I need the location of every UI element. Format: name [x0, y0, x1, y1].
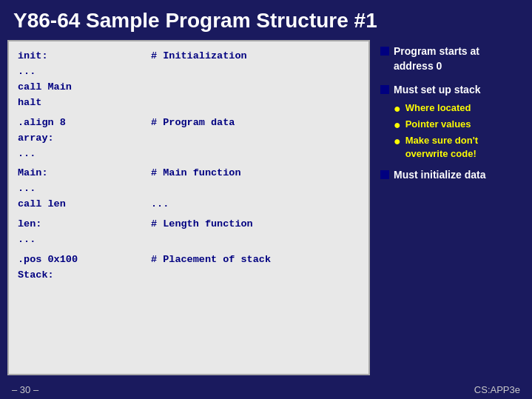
slide: Y86-64 Sample Program Structure #1 init:… — [0, 0, 532, 399]
code-line: halt — [18, 95, 360, 111]
bullet-section: Program starts at address 0 — [380, 44, 519, 77]
code-right: # Main function — [151, 166, 241, 181]
code-right: # Placement of stack — [151, 252, 271, 268]
code-left: ... — [18, 64, 151, 80]
code-right: # Program data — [151, 115, 235, 131]
code-line: Stack: — [18, 268, 360, 284]
sub-bullet-text: Pointer values — [405, 118, 471, 131]
code-line: ... — [18, 64, 360, 80]
bullet-section: Must set up stack●Where located●Pointer … — [380, 83, 519, 162]
code-line: call Main — [18, 80, 360, 95]
code-left: halt — [18, 95, 151, 111]
code-line: ... — [18, 232, 360, 248]
bottom-bar: – 30 – CS:APP3e — [0, 381, 532, 399]
code-left: ... — [18, 147, 151, 162]
sub-bullet-text: Make sure don't overwrite code! — [405, 134, 519, 160]
code-line: Main:# Main function — [18, 166, 360, 181]
code-left: call Main — [18, 80, 151, 95]
sub-bullet: ●Where located — [394, 101, 519, 115]
code-line: init:# Initialization — [18, 49, 360, 64]
sub-bullet: ●Make sure don't overwrite code! — [394, 134, 519, 160]
sub-bullet-dot-icon: ● — [394, 101, 401, 115]
code-left: Main: — [18, 166, 151, 181]
main-bullet: Must set up stack — [380, 83, 519, 98]
code-right: # Length function — [151, 217, 253, 232]
bullet-square-icon — [380, 47, 389, 56]
bullet-square-icon — [380, 170, 389, 179]
code-left: .pos 0x100 — [18, 252, 151, 268]
content-area: init:# Initialization ... call Main halt… — [0, 40, 532, 381]
sub-bullet-dot-icon: ● — [394, 118, 401, 132]
code-left: ... — [18, 181, 151, 197]
sub-bullet-dot-icon: ● — [394, 134, 401, 148]
slide-title: Y86-64 Sample Program Structure #1 — [0, 0, 532, 40]
code-line: array: — [18, 131, 360, 147]
main-bullet: Program starts at address 0 — [380, 44, 519, 73]
code-right: # Initialization — [151, 49, 247, 64]
main-bullet-text: Must initialize data — [394, 168, 485, 183]
code-line: .pos 0x100# Placement of stack — [18, 252, 360, 268]
code-left: init: — [18, 49, 151, 64]
code-right: ... — [151, 197, 169, 212]
code-left: array: — [18, 131, 151, 147]
sub-bullet: ●Pointer values — [394, 118, 519, 132]
code-line: ... — [18, 181, 360, 197]
code-line: call len ... — [18, 197, 360, 212]
sub-bullet-text: Where located — [405, 101, 471, 115]
code-left: .align 8 — [18, 115, 151, 131]
code-left: call len — [18, 197, 151, 212]
sub-bullets: ●Where located●Pointer values●Make sure … — [394, 101, 519, 160]
code-line: ... — [18, 147, 360, 162]
code-line: .align 8# Program data — [18, 115, 360, 131]
page-number: – 30 – — [12, 384, 38, 395]
code-line: len:# Length function — [18, 217, 360, 232]
bullet-square-icon — [380, 85, 389, 94]
code-left: len: — [18, 217, 151, 232]
code-left: ... — [18, 232, 151, 248]
main-bullet-text: Program starts at address 0 — [394, 44, 519, 73]
attribution: CS:APP3e — [474, 384, 520, 395]
main-bullet-text: Must set up stack — [394, 83, 480, 98]
bullet-section: Must initialize data — [380, 168, 519, 187]
right-panel: Program starts at address 0Must set up s… — [370, 40, 525, 375]
main-bullet: Must initialize data — [380, 168, 519, 183]
code-left: Stack: — [18, 268, 151, 284]
code-panel: init:# Initialization ... call Main halt… — [7, 40, 370, 375]
